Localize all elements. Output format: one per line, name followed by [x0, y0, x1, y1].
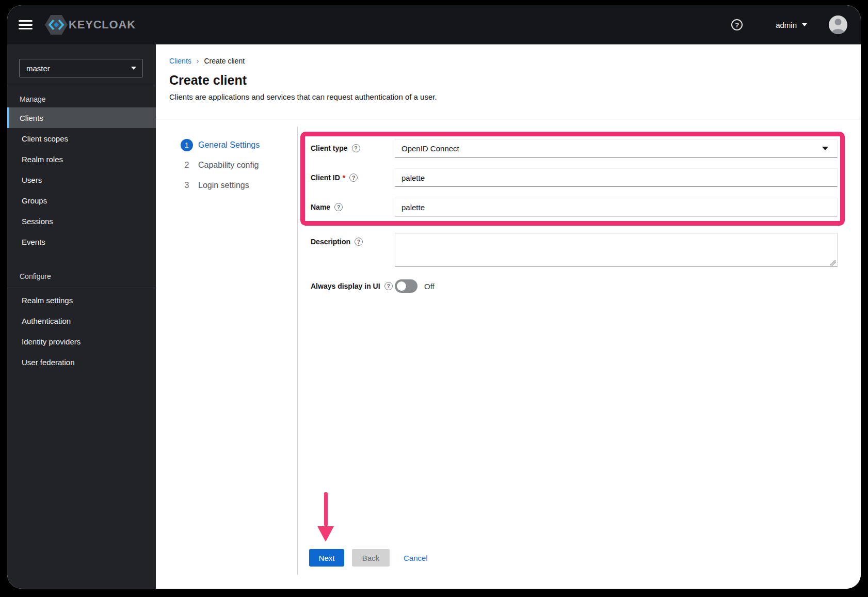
- hamburger-menu-icon[interactable]: [19, 20, 33, 30]
- nav-section-manage: Manage: [7, 86, 156, 107]
- sidebar: master Manage Clients Client scopes Real…: [7, 44, 156, 589]
- chevron-down-icon: [131, 67, 136, 70]
- nav-section-configure: Configure: [7, 263, 156, 285]
- main-content: Clients › Create client Create client Cl…: [156, 44, 861, 589]
- client-type-select[interactable]: OpenID Connect: [395, 139, 838, 158]
- wizard-content: 1 General Settings 2 Capability config 3…: [156, 119, 861, 589]
- client-id-input[interactable]: [395, 168, 838, 187]
- required-asterisk: *: [343, 174, 345, 182]
- name-input[interactable]: [395, 198, 838, 216]
- chevron-down-icon: [802, 23, 807, 26]
- help-icon[interactable]: ?: [349, 174, 358, 182]
- toggle-state-label: Off: [424, 282, 435, 291]
- sidebar-item-users[interactable]: Users: [7, 169, 156, 190]
- annotation-arrow-icon: [317, 492, 334, 542]
- sidebar-item-groups[interactable]: Groups: [7, 190, 156, 211]
- avatar[interactable]: [829, 15, 847, 34]
- sidebar-item-client-scopes[interactable]: Client scopes: [7, 128, 156, 149]
- sidebar-item-realm-roles[interactable]: Realm roles: [7, 149, 156, 169]
- wizard-step-login-settings[interactable]: 3 Login settings: [156, 175, 297, 195]
- breadcrumb: Clients › Create client: [169, 57, 861, 65]
- keycloak-logo[interactable]: KEYCLOAK: [45, 15, 136, 35]
- sidebar-item-sessions[interactable]: Sessions: [7, 211, 156, 231]
- app-window: KEYCLOAK ? admin master Manage: [7, 5, 861, 589]
- help-icon[interactable]: ?: [334, 203, 343, 211]
- divider: [297, 127, 298, 575]
- sidebar-item-authentication[interactable]: Authentication: [7, 310, 156, 331]
- general-settings-form: Client type ? OpenID Connect: [311, 119, 838, 293]
- realm-selector[interactable]: master: [19, 59, 143, 77]
- user-menu[interactable]: admin: [776, 21, 807, 29]
- top-bar: KEYCLOAK ? admin: [7, 5, 861, 44]
- always-display-label: Always display in UI ?: [311, 282, 395, 290]
- wizard-step-general-settings[interactable]: 1 General Settings: [156, 135, 297, 155]
- page-title: Create client: [169, 73, 861, 88]
- page-subtitle: Clients are applications and services th…: [169, 92, 861, 101]
- cancel-button[interactable]: Cancel: [404, 554, 428, 562]
- name-label: Name ?: [311, 203, 395, 211]
- help-icon[interactable]: ?: [384, 282, 393, 290]
- back-button[interactable]: Back: [352, 549, 390, 567]
- breadcrumb-current: Create client: [204, 57, 245, 65]
- next-button[interactable]: Next: [309, 549, 344, 567]
- wizard-actions: Next Back Cancel: [309, 549, 428, 567]
- chevron-down-icon: [822, 147, 828, 150]
- keycloak-logo-icon: [45, 15, 68, 35]
- breadcrumb-clients-link[interactable]: Clients: [169, 57, 191, 65]
- user-name: admin: [776, 21, 797, 29]
- realm-selector-value: master: [26, 64, 126, 73]
- help-icon[interactable]: ?: [731, 19, 743, 30]
- divider: [7, 288, 156, 288]
- sidebar-item-events[interactable]: Events: [7, 231, 156, 252]
- breadcrumb-separator-icon: ›: [197, 57, 199, 65]
- wizard-steps-nav: 1 General Settings 2 Capability config 3…: [156, 135, 297, 195]
- wizard-step-capability-config[interactable]: 2 Capability config: [156, 155, 297, 175]
- sidebar-item-identity-providers[interactable]: Identity providers: [7, 331, 156, 352]
- help-icon[interactable]: ?: [352, 144, 360, 152]
- page-header: Clients › Create client Create client Cl…: [156, 44, 861, 119]
- description-label: Description ?: [311, 238, 395, 246]
- client-id-label: Client ID * ?: [311, 174, 395, 182]
- always-display-toggle[interactable]: [395, 279, 417, 293]
- help-icon[interactable]: ?: [355, 238, 363, 246]
- screen: KEYCLOAK ? admin master Manage: [0, 0, 868, 597]
- sidebar-item-realm-settings[interactable]: Realm settings: [7, 290, 156, 310]
- client-type-label: Client type ?: [311, 144, 395, 152]
- sidebar-item-user-federation[interactable]: User federation: [7, 352, 156, 372]
- description-textarea[interactable]: [395, 233, 838, 267]
- sidebar-item-clients[interactable]: Clients: [7, 107, 156, 128]
- logo-wordmark: KEYCLOAK: [69, 18, 136, 32]
